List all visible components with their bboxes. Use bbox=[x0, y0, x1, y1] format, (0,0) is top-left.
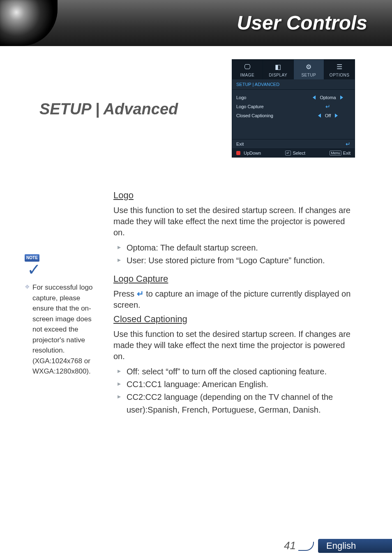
bullets-logo: Optoma: The default startup screen. User… bbox=[118, 241, 355, 267]
red-button-icon bbox=[236, 151, 240, 155]
osd-footer-exit: Exit bbox=[343, 151, 350, 155]
para-fragment: to capture an image of the picture curre… bbox=[113, 289, 350, 309]
osd-body: Logo Optoma Logo Capture ↵ Closed Captio… bbox=[232, 90, 355, 139]
para-fragment: Press bbox=[113, 289, 137, 298]
osd-row-logo[interactable]: Logo Optoma bbox=[236, 93, 350, 102]
enter-key-icon: ↵ bbox=[285, 151, 291, 155]
bullet-item: CC2:CC2 language (depending on the TV ch… bbox=[118, 391, 355, 416]
osd-footer-select: Select bbox=[293, 151, 305, 155]
enter-icon: ↵ bbox=[137, 289, 144, 298]
page-footer: 41 English bbox=[0, 534, 392, 557]
chevron-left-icon[interactable] bbox=[313, 95, 316, 100]
osd-row-label: Logo bbox=[236, 95, 305, 100]
osd-footer-updown: UpDown bbox=[244, 151, 261, 155]
osd-tab-label: DISPLAY bbox=[269, 73, 287, 77]
osd-breadcrumb: SETUP | ADVANCED bbox=[232, 79, 355, 90]
osd-tab-options[interactable]: ☰ OPTIONS bbox=[324, 60, 355, 79]
heading-logo-capture: Logo Capture bbox=[113, 274, 355, 284]
bullet-item: Optoma: The default startup screen. bbox=[118, 241, 355, 254]
page-number: 41 bbox=[284, 539, 314, 552]
page-banner-title: User Controls bbox=[237, 12, 367, 34]
osd-row-label: Closed Captioning bbox=[236, 113, 305, 118]
osd-footer: UpDown ↵Select MenuExit bbox=[232, 149, 355, 157]
section-title: SETUP | Advanced bbox=[39, 100, 178, 118]
monitor-icon: 🖵 bbox=[232, 62, 263, 72]
osd-row-logo-capture[interactable]: Logo Capture ↵ bbox=[236, 102, 350, 111]
chevron-right-icon[interactable] bbox=[340, 95, 343, 100]
osd-tab-label: IMAGE bbox=[240, 73, 255, 77]
enter-icon: ↵ bbox=[346, 141, 350, 147]
osd-row-closed-captioning[interactable]: Closed Captioning Off bbox=[236, 111, 350, 120]
bullet-item: Off: select “off” to turn off the closed… bbox=[118, 365, 355, 378]
heading-logo: Logo bbox=[113, 190, 355, 201]
osd-menu: 🖵 IMAGE ◧ DISPLAY ⚙ SETUP ☰ OPTIONS SETU… bbox=[232, 59, 355, 158]
osd-row-label: Logo Capture bbox=[236, 104, 305, 109]
gear-icon: ⚙ bbox=[294, 62, 324, 72]
osd-tab-image[interactable]: 🖵 IMAGE bbox=[232, 60, 263, 79]
bullet-item: User: Use stored picture from “Logo Capt… bbox=[118, 254, 355, 267]
osd-row-value: Optoma bbox=[320, 95, 336, 100]
bullet-item: CC1:CC1 language: American English. bbox=[118, 378, 355, 391]
menu-key-icon: Menu bbox=[330, 151, 341, 155]
footer-language-bar: English bbox=[318, 539, 392, 553]
diamond-bullet-icon: ❖ bbox=[25, 282, 30, 377]
check-icon: ✓ bbox=[27, 260, 41, 279]
bullets-closed-captioning: Off: select “off” to turn off the closed… bbox=[118, 365, 355, 416]
display-icon: ◧ bbox=[263, 62, 293, 72]
osd-tab-setup[interactable]: ⚙ SETUP bbox=[294, 60, 325, 79]
note-badge: NOTE ✓ bbox=[25, 254, 49, 276]
osd-tab-display[interactable]: ◧ DISPLAY bbox=[263, 60, 294, 79]
para-logo-capture: Press ↵ to capture an image of the pictu… bbox=[113, 288, 355, 311]
para-logo: Use this function to set the desired sta… bbox=[113, 205, 355, 238]
osd-tabs: 🖵 IMAGE ◧ DISPLAY ⚙ SETUP ☰ OPTIONS bbox=[232, 60, 355, 79]
osd-tab-label: OPTIONS bbox=[330, 73, 350, 77]
osd-tab-label: SETUP bbox=[301, 73, 316, 77]
chevron-right-icon[interactable] bbox=[335, 114, 338, 118]
content-body: Logo Use this function to set the desire… bbox=[105, 190, 355, 423]
enter-icon: ↵ bbox=[325, 104, 330, 109]
footer-language: English bbox=[326, 541, 356, 551]
page-banner: User Controls bbox=[0, 0, 392, 46]
osd-exit-row[interactable]: Exit ↵ bbox=[232, 139, 355, 149]
note-sidebar: NOTE ✓ ❖ For successful logo capture, pl… bbox=[25, 254, 99, 377]
note-text: For successful logo capture, please ensu… bbox=[32, 282, 99, 377]
heading-closed-captioning: Closed Captioning bbox=[113, 314, 355, 325]
para-closed-captioning: Use this function to set the desired sta… bbox=[113, 329, 355, 362]
osd-row-value: Off bbox=[325, 113, 331, 118]
list-icon: ☰ bbox=[324, 62, 355, 72]
chevron-left-icon[interactable] bbox=[318, 114, 321, 118]
osd-exit-label: Exit bbox=[236, 142, 346, 146]
